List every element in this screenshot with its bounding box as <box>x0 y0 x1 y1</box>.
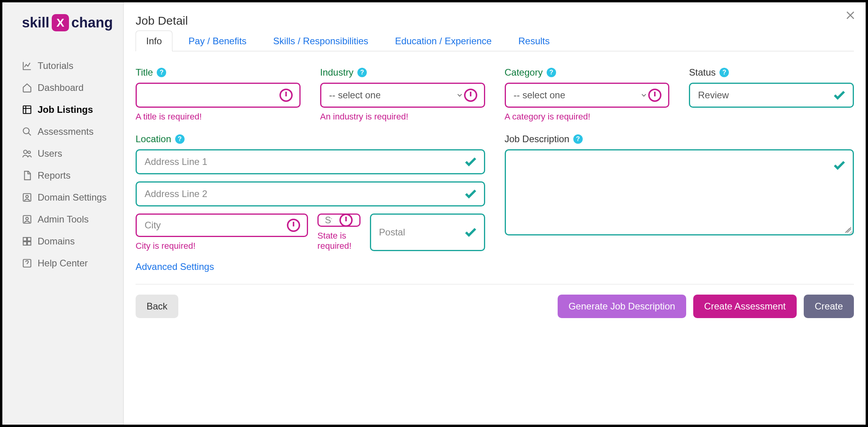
sidebar-item-label: Dashboard <box>38 82 83 93</box>
sidebar-item-job-listings[interactable]: Job Listings <box>22 99 123 121</box>
sidebar-item-label: Domain Settings <box>38 192 107 203</box>
svg-point-1 <box>23 128 29 134</box>
form-row-1: Title ? A title is required! Industry ? <box>136 67 854 122</box>
field-category: Category ? A category is required! <box>505 67 670 122</box>
help-icon[interactable]: ? <box>357 68 367 77</box>
close-icon[interactable] <box>844 9 856 24</box>
divider <box>136 284 854 284</box>
svg-rect-8 <box>23 237 27 241</box>
sidebar-item-label: Assessments <box>38 126 94 137</box>
tab-bar: Info Pay / Benefits Skills / Responsibil… <box>136 31 854 51</box>
check-icon <box>464 225 478 239</box>
category-select-wrap <box>505 83 670 108</box>
status-label: Status <box>689 67 716 78</box>
tab-education-experience[interactable]: Education / Experience <box>384 31 502 51</box>
category-label: Category <box>505 67 543 78</box>
svg-point-5 <box>26 195 29 198</box>
address2-input[interactable] <box>145 188 460 199</box>
sidebar-item-help-center[interactable]: Help Center <box>22 252 123 274</box>
help-icon[interactable]: ? <box>547 68 556 77</box>
help-icon <box>22 258 32 268</box>
logo: skill X chang <box>22 14 123 31</box>
help-icon[interactable]: ? <box>719 68 729 77</box>
sidebar-item-label: Users <box>38 148 62 159</box>
description-wrap <box>505 149 854 235</box>
main-content: Job Detail Info Pay / Benefits Skills / … <box>124 2 866 425</box>
logo-text-2: chang <box>71 14 113 31</box>
app-frame: skill X chang Tutorials Dashboard Job Li… <box>2 2 866 425</box>
sidebar-item-label: Tutorials <box>38 60 73 71</box>
page-title: Job Detail <box>136 14 854 27</box>
advanced-settings-link[interactable]: Advanced Settings <box>136 261 485 272</box>
sidebar-item-domains[interactable]: Domains <box>22 230 123 252</box>
status-select[interactable] <box>698 90 829 101</box>
logo-mark-icon: X <box>52 14 69 31</box>
create-assessment-button[interactable]: Create Assessment <box>693 295 797 318</box>
tab-info[interactable]: Info <box>136 31 172 51</box>
file-icon <box>22 170 32 181</box>
tab-skills-responsibilities[interactable]: Skills / Responsibilities <box>263 31 379 51</box>
description-label: Job Description <box>505 134 569 145</box>
back-button[interactable]: Back <box>136 295 178 318</box>
sidebar-nav: Tutorials Dashboard Job Listings Assessm… <box>22 55 123 274</box>
grid-icon <box>22 105 32 115</box>
home-icon <box>22 83 32 93</box>
svg-rect-9 <box>27 237 31 241</box>
error-icon <box>648 88 662 102</box>
status-select-wrap <box>689 83 854 108</box>
city-input[interactable] <box>145 220 283 231</box>
city-wrap <box>136 214 308 237</box>
chart-icon <box>22 61 32 71</box>
check-icon <box>464 155 478 169</box>
field-location: Location ? <box>136 134 485 272</box>
sidebar-item-reports[interactable]: Reports <box>22 165 123 186</box>
error-icon <box>464 88 478 102</box>
city-error: City is required! <box>136 241 308 251</box>
help-icon[interactable]: ? <box>175 134 185 144</box>
postal-input[interactable] <box>379 227 460 238</box>
sidebar-item-domain-settings[interactable]: Domain Settings <box>22 186 123 208</box>
sidebar-item-users[interactable]: Users <box>22 143 123 165</box>
sidebar-item-admin-tools[interactable]: Admin Tools <box>22 208 123 230</box>
error-icon <box>286 218 301 232</box>
category-select[interactable] <box>514 90 565 101</box>
form-row-2: Location ? <box>136 134 854 272</box>
footer-actions: Back Generate Job Description Create Ass… <box>136 295 854 318</box>
person-box-icon <box>22 192 32 203</box>
check-icon <box>832 88 846 102</box>
tab-results[interactable]: Results <box>508 31 560 51</box>
create-button[interactable]: Create <box>804 295 854 318</box>
svg-rect-0 <box>23 106 31 114</box>
check-icon <box>832 158 846 172</box>
field-description: Job Description ? <box>505 134 854 235</box>
check-icon <box>464 187 478 201</box>
location-label: Location <box>136 134 171 145</box>
sidebar-item-dashboard[interactable]: Dashboard <box>22 77 123 99</box>
title-input[interactable] <box>145 90 276 101</box>
title-label: Title <box>136 67 153 78</box>
sidebar: skill X chang Tutorials Dashboard Job Li… <box>2 2 124 425</box>
help-icon[interactable]: ? <box>157 68 166 77</box>
person-box-icon <box>22 214 32 224</box>
grid4-icon <box>22 236 32 246</box>
address1-input[interactable] <box>145 156 460 167</box>
category-error: A category is required! <box>505 112 670 122</box>
sidebar-item-tutorials[interactable]: Tutorials <box>22 55 123 77</box>
generate-description-button[interactable]: Generate Job Description <box>558 295 686 318</box>
logo-text-1: skill <box>22 14 49 31</box>
sidebar-item-label: Domains <box>38 236 75 247</box>
state-input[interactable] <box>325 215 332 226</box>
svg-rect-11 <box>27 242 31 245</box>
svg-rect-10 <box>23 242 27 245</box>
form-area: Title ? A title is required! Industry ? <box>136 51 854 318</box>
sidebar-item-label: Reports <box>38 170 71 181</box>
description-textarea[interactable] <box>513 156 830 229</box>
help-icon[interactable]: ? <box>573 134 583 144</box>
industry-select[interactable] <box>329 90 380 101</box>
chevron-down-icon <box>640 91 648 99</box>
error-icon <box>339 213 353 227</box>
sidebar-item-assessments[interactable]: Assessments <box>22 121 123 143</box>
tab-pay-benefits[interactable]: Pay / Benefits <box>178 31 257 51</box>
postal-wrap <box>370 214 485 251</box>
search-icon <box>22 127 32 137</box>
